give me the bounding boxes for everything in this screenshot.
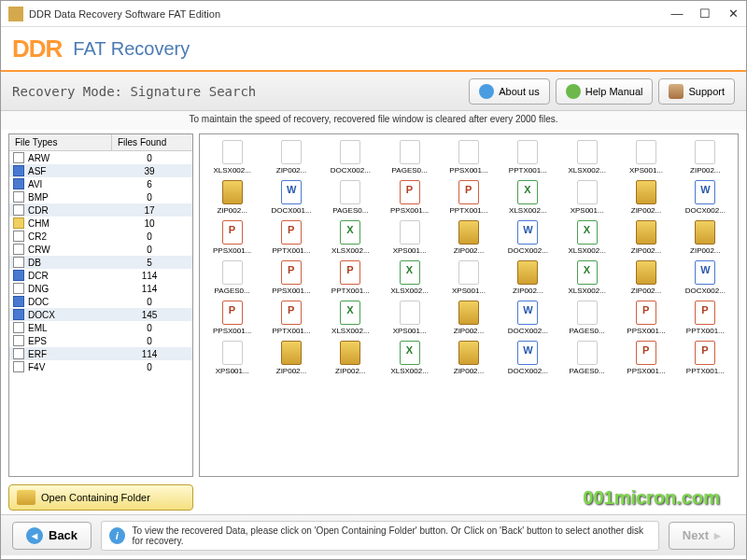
file-item[interactable]: PPSX001... [381, 178, 438, 217]
close-button[interactable]: ✕ [727, 8, 739, 20]
file-label: PPSX001... [272, 287, 310, 295]
file-type-row[interactable]: DCR114 [9, 269, 192, 282]
file-item[interactable]: DOCX002... [322, 138, 379, 176]
notice-text: To maintain the speed of recovery, recov… [1, 111, 746, 130]
file-type-row[interactable]: ERF114 [9, 347, 192, 360]
file-item[interactable]: XPS001... [617, 138, 674, 176]
file-item[interactable]: XPS001... [440, 259, 497, 297]
about-button[interactable]: About us [469, 78, 549, 105]
file-icon [577, 140, 598, 164]
next-button[interactable]: Next ▸ [669, 522, 735, 550]
file-item[interactable]: DOCX002... [500, 218, 557, 257]
file-item[interactable]: ZIP002... [262, 138, 319, 176]
support-button[interactable]: Support [658, 78, 735, 105]
back-button[interactable]: ◄ Back [12, 522, 92, 550]
file-item[interactable]: PPSX001... [204, 299, 261, 337]
file-item[interactable]: XLSX002... [500, 178, 557, 217]
file-icon [695, 341, 715, 365]
open-folder-button[interactable]: Open Containing Folder [8, 484, 193, 511]
file-type-row[interactable]: DNG114 [9, 282, 192, 295]
file-type-name: ARW [28, 153, 110, 163]
file-item[interactable]: ZIP002... [440, 218, 497, 257]
file-icon [340, 301, 360, 325]
file-type-row[interactable]: ARW0 [9, 151, 192, 164]
file-item[interactable]: DOCX002... [677, 259, 734, 297]
file-item[interactable]: PPSX001... [617, 299, 674, 337]
file-type-name: EPS [28, 336, 110, 346]
file-type-row[interactable]: EPS0 [9, 334, 192, 347]
file-item[interactable]: ZIP002... [440, 299, 497, 337]
file-type-row[interactable]: CDR17 [9, 203, 192, 217]
file-item[interactable]: PPSX001... [262, 259, 319, 297]
file-type-icon [13, 270, 24, 281]
product-name: FAT Recovery [73, 38, 190, 60]
file-item[interactable]: PPTX001... [262, 218, 319, 257]
file-type-row[interactable]: CRW0 [9, 243, 192, 256]
file-type-row[interactable]: BMP0 [9, 190, 192, 203]
file-item[interactable]: ZIP002... [617, 259, 674, 297]
footer-info: i To view the recovered Data, please cli… [101, 521, 659, 551]
file-item[interactable]: PAGES0... [204, 259, 261, 297]
file-item[interactable]: PPTX001... [440, 178, 497, 217]
file-item[interactable]: ZIP002... [440, 339, 497, 377]
file-type-row[interactable]: CHM10 [9, 217, 192, 230]
file-item[interactable]: ZIP002... [500, 259, 557, 297]
file-item[interactable]: XLSX002... [381, 259, 438, 297]
file-type-row[interactable]: EML0 [9, 321, 192, 334]
file-item[interactable]: XLSX002... [558, 259, 615, 297]
file-item[interactable]: PPTX001... [677, 299, 734, 337]
minimize-button[interactable]: — [671, 8, 683, 20]
file-item[interactable]: PPTX001... [677, 339, 734, 377]
file-type-row[interactable]: CR20 [9, 230, 192, 243]
file-item[interactable]: ZIP002... [677, 138, 734, 176]
file-item[interactable]: XPS001... [381, 218, 438, 257]
file-icon [577, 180, 598, 204]
file-type-row[interactable]: DOC0 [9, 295, 192, 308]
files-panel[interactable]: XLSX002...ZIP002...DOCX002...PAGES0...PP… [199, 133, 739, 477]
file-item[interactable]: ZIP002... [262, 339, 319, 377]
file-item[interactable]: PPTX001... [262, 299, 319, 337]
file-item[interactable]: XLSX002... [322, 299, 379, 337]
file-item[interactable]: ZIP002... [322, 339, 379, 377]
file-item[interactable]: ZIP002... [617, 218, 674, 257]
file-item[interactable]: PAGES0... [322, 178, 379, 217]
file-item[interactable]: ZIP002... [617, 178, 674, 217]
file-label: ZIP002... [513, 287, 543, 295]
file-item[interactable]: XLSX002... [558, 218, 615, 257]
file-type-row[interactable]: F4V0 [9, 360, 192, 373]
col-types: File Types [9, 134, 112, 150]
file-item[interactable]: PAGES0... [558, 299, 615, 337]
file-item[interactable]: PPSX001... [617, 339, 674, 377]
file-item[interactable]: DOCX002... [677, 178, 734, 217]
file-item[interactable]: XLSX002... [204, 138, 261, 176]
help-button[interactable]: Help Manual [556, 78, 654, 105]
file-item[interactable]: XPS001... [558, 178, 615, 217]
file-item[interactable]: PAGES0... [381, 138, 438, 176]
file-item[interactable]: ZIP002... [204, 178, 261, 217]
file-item[interactable]: PPSX001... [204, 218, 261, 257]
file-item[interactable]: PAGES0... [558, 339, 615, 377]
file-item[interactable]: XLSX002... [322, 218, 379, 257]
file-item[interactable]: DOCX002... [500, 299, 557, 337]
file-item[interactable]: XPS001... [381, 299, 438, 337]
file-item[interactable]: DOCX001... [262, 178, 319, 217]
file-types-list[interactable]: ARW0ASF39AVI6BMP0CDR17CHM10CR20CRW0DB5DC… [9, 151, 192, 476]
file-type-name: CDR [28, 205, 110, 216]
file-item[interactable]: XLSX002... [558, 138, 615, 176]
file-type-row[interactable]: DB5 [9, 256, 192, 269]
file-item[interactable]: PPTX001... [322, 259, 379, 297]
file-item[interactable]: ZIP002... [677, 218, 734, 257]
file-icon [340, 180, 360, 204]
file-type-row[interactable]: ASF39 [9, 164, 192, 177]
file-item[interactable]: XLSX002... [381, 339, 438, 377]
file-item[interactable]: DOCX002... [500, 339, 557, 377]
file-item[interactable]: XPS001... [204, 339, 261, 377]
file-type-count: 0 [110, 192, 189, 203]
file-type-row[interactable]: AVI6 [9, 177, 192, 190]
file-label: PPTX001... [331, 287, 370, 295]
maximize-button[interactable]: ☐ [699, 8, 711, 20]
file-type-name: F4V [28, 362, 110, 372]
file-type-row[interactable]: DOCX145 [9, 308, 192, 321]
file-item[interactable]: PPTX001... [500, 138, 557, 176]
file-item[interactable]: PPSX001... [440, 138, 497, 176]
